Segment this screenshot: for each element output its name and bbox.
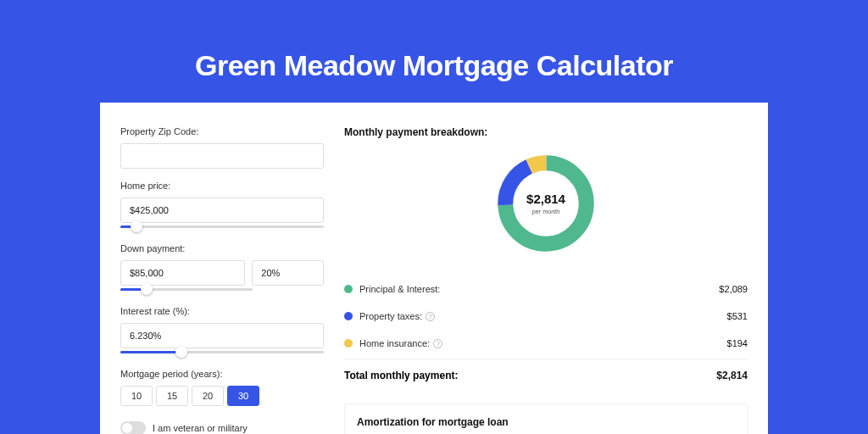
legend-row-0: Principal & Interest:$2,089: [344, 275, 748, 303]
legend-label: Home insurance:?: [359, 338, 727, 348]
legend-row-2: Home insurance:?$194: [344, 330, 748, 357]
down-payment-slider[interactable]: [120, 284, 253, 294]
interest-slider[interactable]: [120, 347, 324, 357]
down-payment-input[interactable]: [120, 260, 245, 286]
period-label: Mortgage period (years):: [120, 369, 324, 379]
veteran-row: I am veteran or military: [120, 421, 324, 434]
info-icon[interactable]: ?: [426, 312, 435, 321]
period-option-30[interactable]: 30: [227, 386, 259, 406]
veteran-toggle[interactable]: [120, 421, 146, 434]
period-option-10[interactable]: 10: [120, 386, 153, 406]
amortization-title: Amortization for mortgage loan: [357, 416, 735, 428]
legend-value: $194: [727, 338, 748, 348]
period-option-20[interactable]: 20: [192, 386, 224, 406]
legend-value: $2,089: [719, 284, 748, 294]
breakdown-column: Monthly payment breakdown: $2,814 per mo…: [341, 126, 748, 434]
amortization-card: Amortization for mortgage loan Amortizat…: [344, 403, 748, 434]
donut-center-sub: per month: [532, 208, 559, 215]
interest-input[interactable]: [120, 323, 324, 348]
period-options: 10152030: [120, 386, 324, 406]
zip-label: Property Zip Code:: [120, 126, 324, 136]
legend-dot: [344, 339, 353, 348]
zip-input[interactable]: [120, 143, 324, 169]
legend-dot: [344, 285, 353, 293]
page-title: Green Meadow Mortgage Calculator: [0, 0, 868, 103]
total-row: Total monthly payment: $2,814: [344, 359, 748, 392]
down-payment-pct-input[interactable]: [252, 260, 324, 286]
home-price-field: Home price:: [120, 181, 324, 231]
form-column: Property Zip Code: Home price: Down paym…: [120, 126, 324, 434]
down-payment-field: Down payment:: [120, 243, 324, 294]
home-price-input[interactable]: [120, 198, 324, 223]
calculator-card-shadow: Property Zip Code: Home price: Down paym…: [100, 103, 768, 434]
legend: Principal & Interest:$2,089Property taxe…: [344, 275, 748, 357]
legend-row-1: Property taxes:?$531: [344, 303, 748, 330]
interest-label: Interest rate (%):: [120, 306, 324, 316]
veteran-label: I am veteran or military: [153, 423, 248, 433]
total-label: Total monthly payment:: [344, 370, 716, 381]
home-price-label: Home price:: [120, 181, 324, 191]
donut-center-amount: $2,814: [526, 192, 566, 206]
period-option-15[interactable]: 15: [156, 386, 188, 406]
total-value: $2,814: [716, 370, 748, 381]
donut-chart: $2,814 per month: [344, 150, 748, 257]
legend-dot: [344, 312, 353, 320]
interest-field: Interest rate (%):: [120, 306, 324, 357]
home-price-slider[interactable]: [120, 221, 324, 231]
breakdown-title: Monthly payment breakdown:: [344, 126, 748, 138]
legend-value: $531: [727, 311, 748, 321]
legend-label: Property taxes:?: [359, 311, 727, 321]
zip-field: Property Zip Code:: [120, 126, 324, 169]
legend-label: Principal & Interest:: [359, 284, 719, 294]
down-payment-label: Down payment:: [120, 243, 324, 253]
info-icon[interactable]: ?: [433, 339, 442, 348]
calculator-card: Property Zip Code: Home price: Down paym…: [100, 103, 768, 434]
period-field: Mortgage period (years): 10152030: [120, 369, 324, 406]
